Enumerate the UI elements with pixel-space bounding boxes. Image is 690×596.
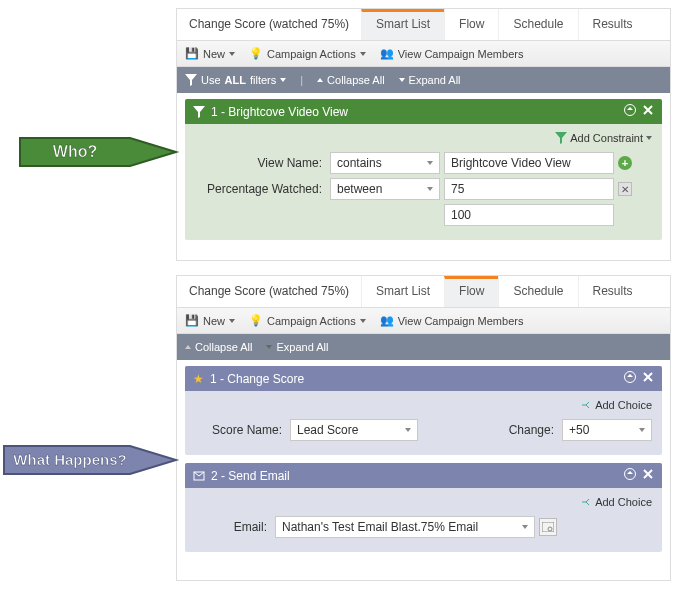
tab-schedule[interactable]: Schedule xyxy=(498,9,577,40)
tab-results[interactable]: Results xyxy=(578,276,647,307)
lightbulb-icon: 💡 xyxy=(249,47,263,60)
add-value-icon[interactable]: + xyxy=(618,156,632,170)
filter-icon xyxy=(193,106,205,118)
caret-down-icon xyxy=(280,78,286,82)
card-title: 1 - Brightcove Video View xyxy=(211,105,348,119)
caret-up-icon xyxy=(185,345,191,349)
filter-bar: Collapse All Expand All xyxy=(177,334,670,360)
pct-to-input[interactable]: 100 xyxy=(444,204,614,226)
add-choice-button[interactable]: Add Choice xyxy=(580,399,652,411)
tab-flow[interactable]: Flow xyxy=(444,276,498,307)
campaign-title: Change Score (watched 75%) xyxy=(177,276,361,307)
svg-point-5 xyxy=(548,527,552,531)
pct-row-2: 100 xyxy=(195,204,652,226)
view-members-button[interactable]: 👥View Campaign Members xyxy=(380,314,524,327)
add-choice-row: Add Choice xyxy=(195,399,652,413)
add-choice-button[interactable]: Add Choice xyxy=(580,496,652,508)
lightbulb-icon: 💡 xyxy=(249,314,263,327)
caret-down-icon xyxy=(360,319,366,323)
campaign-actions-menu[interactable]: 💡 Campaign Actions xyxy=(249,47,366,60)
card-header[interactable]: 2 - Send Email xyxy=(185,463,662,488)
pct-label: Percentage Watched: xyxy=(195,182,330,196)
caret-down-icon xyxy=(229,52,235,56)
card-title: 1 - Change Score xyxy=(210,372,304,386)
expand-all-button[interactable]: Expand All xyxy=(399,74,461,86)
tabs-bar: Change Score (watched 75%) Smart List Fl… xyxy=(177,9,670,41)
collapse-all-button[interactable]: Collapse All xyxy=(317,74,384,86)
filter-card: 1 - Brightcove Video View Add Constraint… xyxy=(185,99,662,240)
score-name-label: Score Name: xyxy=(195,423,290,437)
tab-schedule[interactable]: Schedule xyxy=(498,276,577,307)
flow-panel: Change Score (watched 75%) Smart List Fl… xyxy=(176,275,671,581)
flow-step-change-score: ★ 1 - Change Score Add Choice Score Name… xyxy=(185,366,662,455)
close-icon[interactable] xyxy=(642,371,654,386)
card-header[interactable]: ★ 1 - Change Score xyxy=(185,366,662,391)
email-label: Email: xyxy=(195,520,275,534)
smart-list-panel: Change Score (watched 75%) Smart List Fl… xyxy=(176,8,671,261)
card-body: Add Choice Email: Nathan's Test Email Bl… xyxy=(185,488,662,552)
move-up-icon[interactable] xyxy=(624,468,636,483)
pct-from-input[interactable]: 75 xyxy=(444,178,614,200)
close-icon[interactable] xyxy=(642,104,654,119)
card-title: 2 - Send Email xyxy=(211,469,290,483)
view-name-op-select[interactable]: contains xyxy=(330,152,440,174)
tab-flow[interactable]: Flow xyxy=(444,9,498,40)
move-up-icon[interactable] xyxy=(624,371,636,386)
toolbar: 💾 New 💡 Campaign Actions 👥 View Campaign… xyxy=(177,41,670,67)
caret-down-icon xyxy=(360,52,366,56)
new-menu[interactable]: 💾New xyxy=(185,314,235,327)
email-row: Email: Nathan's Test Email Blast.75% Ema… xyxy=(195,516,652,538)
caret-down-icon xyxy=(646,136,652,140)
branch-icon xyxy=(580,399,592,411)
tab-results[interactable]: Results xyxy=(578,9,647,40)
close-icon[interactable] xyxy=(642,468,654,483)
expand-all-button[interactable]: Expand All xyxy=(266,341,328,353)
use-filters-menu[interactable]: Use ALL filters xyxy=(185,74,286,86)
view-name-label: View Name: xyxy=(195,156,330,170)
caret-down-icon xyxy=(229,319,235,323)
card-body: Add Choice Score Name: Lead Score Change… xyxy=(185,391,662,455)
pct-row: Percentage Watched: between 75 ✕ xyxy=(195,178,652,200)
campaign-actions-menu[interactable]: 💡Campaign Actions xyxy=(249,314,366,327)
who-arrow: Who? xyxy=(0,120,180,187)
card-header[interactable]: 1 - Brightcove Video View xyxy=(185,99,662,124)
who-label: Who? xyxy=(53,143,97,160)
filter-icon xyxy=(185,74,197,86)
tab-smart-list[interactable]: Smart List xyxy=(361,9,444,40)
envelope-icon xyxy=(193,470,205,482)
add-constraint-row: Add Constraint xyxy=(195,132,652,146)
tab-smart-list[interactable]: Smart List xyxy=(361,276,444,307)
tabs-bar: Change Score (watched 75%) Smart List Fl… xyxy=(177,276,670,308)
filter-bar: Use ALL filters | Collapse All Expand Al… xyxy=(177,67,670,93)
change-select[interactable]: +50 xyxy=(562,419,652,441)
pct-op-select[interactable]: between xyxy=(330,178,440,200)
caret-down-icon xyxy=(399,78,405,82)
email-select[interactable]: Nathan's Test Email Blast.75% Email xyxy=(275,516,535,538)
caret-down-icon xyxy=(427,161,433,165)
users-icon: 👥 xyxy=(380,47,394,60)
caret-down-icon xyxy=(427,187,433,191)
add-choice-row: Add Choice xyxy=(195,496,652,510)
new-menu[interactable]: 💾 New xyxy=(185,47,235,60)
flow-step-send-email: 2 - Send Email Add Choice Email: Nathan'… xyxy=(185,463,662,552)
score-name-select[interactable]: Lead Score xyxy=(290,419,418,441)
view-name-value-input[interactable]: Brightcove Video View xyxy=(444,152,614,174)
filter-plus-icon xyxy=(555,132,567,144)
users-icon: 👥 xyxy=(380,314,394,327)
view-members-button[interactable]: 👥 View Campaign Members xyxy=(380,47,524,60)
change-label: Change: xyxy=(502,423,562,437)
view-name-row: View Name: contains Brightcove Video Vie… xyxy=(195,152,652,174)
preview-email-icon[interactable] xyxy=(539,518,557,536)
move-up-icon[interactable] xyxy=(624,104,636,119)
add-constraint-button[interactable]: Add Constraint xyxy=(555,132,652,144)
remove-constraint-icon[interactable]: ✕ xyxy=(618,182,632,196)
score-row: Score Name: Lead Score Change: +50 xyxy=(195,419,652,441)
caret-down-icon xyxy=(639,428,645,432)
caret-up-icon xyxy=(317,78,323,82)
what-arrow: What Happens? xyxy=(0,428,180,495)
campaign-title: Change Score (watched 75%) xyxy=(177,9,361,40)
collapse-all-button[interactable]: Collapse All xyxy=(185,341,252,353)
branch-icon xyxy=(580,496,592,508)
separator: | xyxy=(300,74,303,86)
caret-down-icon xyxy=(266,345,272,349)
